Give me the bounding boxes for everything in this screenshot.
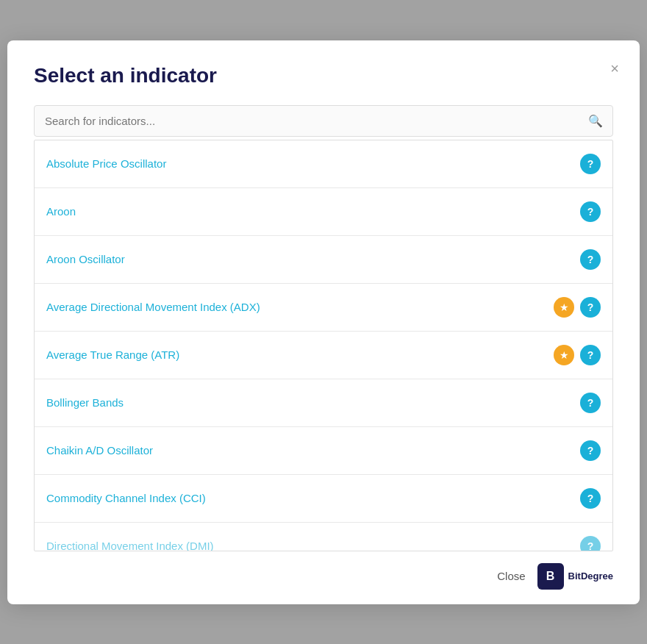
list-item[interactable]: Chaikin A/D Oscillator? [35,427,612,475]
indicator-name: Absolute Price Oscillator [46,157,166,170]
bitdegree-brand-name: BitDegree [568,570,613,582]
indicator-name: Aroon Oscillator [46,253,125,265]
help-button[interactable]: ? [580,249,601,270]
indicator-name: Aroon [46,205,76,218]
help-button[interactable]: ? [580,536,601,551]
help-button[interactable]: ? [580,201,601,222]
list-item[interactable]: Aroon Oscillator? [35,236,612,284]
indicator-actions: ★? [554,345,601,365]
search-input[interactable] [34,105,613,137]
help-button[interactable]: ? [580,488,601,509]
help-button[interactable]: ? [580,440,601,461]
indicator-name: Average Directional Movement Index (ADX) [46,301,260,313]
modal-dialog: Select an indicator × 🔍 Absolute Price O… [7,40,640,604]
list-item[interactable]: Average True Range (ATR)★? [35,332,612,379]
search-icon: 🔍 [588,114,603,128]
indicator-name: Average True Range (ATR) [46,348,179,361]
help-button[interactable]: ? [580,297,601,318]
search-container: 🔍 [34,105,613,137]
star-button[interactable]: ★ [554,297,574,318]
help-button[interactable]: ? [580,154,601,174]
indicator-actions: ? [580,249,601,270]
list-item[interactable]: Average Directional Movement Index (ADX)… [35,284,612,332]
bitdegree-icon: B [537,563,564,590]
bitdegree-logo: B BitDegree [537,563,613,590]
list-item[interactable]: Aroon? [35,188,612,236]
indicator-actions: ? [580,201,601,222]
modal-title: Select an indicator [34,64,613,87]
help-button[interactable]: ? [580,393,601,413]
footer-close-button[interactable]: Close [497,570,525,582]
modal-footer: Close B BitDegree [34,551,613,590]
list-item[interactable]: Directional Movement Index (DMI)? [35,523,612,551]
indicator-actions: ? [580,488,601,509]
indicator-actions: ★? [554,297,601,318]
indicator-name: Directional Movement Index (DMI) [46,540,214,551]
indicator-actions: ? [580,536,601,551]
list-item[interactable]: Bollinger Bands? [35,379,612,427]
indicator-name: Bollinger Bands [46,396,124,409]
indicator-name: Commodity Channel Index (CCI) [46,492,206,504]
indicator-actions: ? [580,393,601,413]
star-button[interactable]: ★ [554,345,574,365]
indicator-actions: ? [580,440,601,461]
help-button[interactable]: ? [580,345,601,365]
indicator-actions: ? [580,154,601,174]
modal-close-button[interactable]: × [610,61,619,76]
modal-overlay: Select an indicator × 🔍 Absolute Price O… [0,0,647,644]
list-item[interactable]: Commodity Channel Index (CCI)? [35,475,612,523]
list-item[interactable]: Absolute Price Oscillator? [35,140,612,188]
indicator-name: Chaikin A/D Oscillator [46,444,153,457]
indicators-list[interactable]: Absolute Price Oscillator?Aroon?Aroon Os… [34,140,613,551]
